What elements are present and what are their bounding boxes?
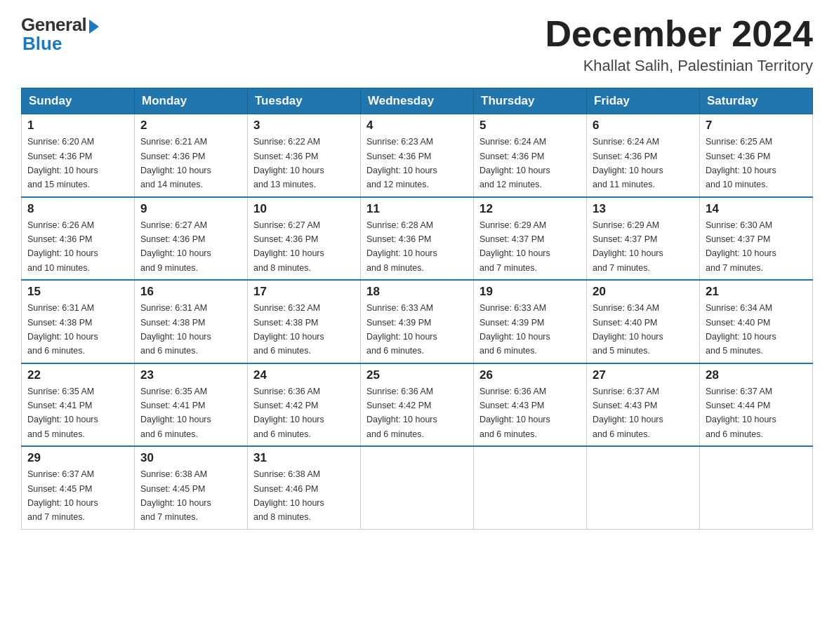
day-info: Sunrise: 6:22 AMSunset: 4:36 PMDaylight:… xyxy=(253,137,324,189)
week-row-3: 15 Sunrise: 6:31 AMSunset: 4:38 PMDaylig… xyxy=(22,280,813,363)
calendar-title: December 2024 xyxy=(545,14,813,54)
week-row-5: 29 Sunrise: 6:37 AMSunset: 4:45 PMDaylig… xyxy=(22,446,813,529)
logo: General Blue xyxy=(21,14,99,55)
day-info: Sunrise: 6:34 AMSunset: 4:40 PMDaylight:… xyxy=(593,303,663,356)
calendar-cell: 22 Sunrise: 6:35 AMSunset: 4:41 PMDaylig… xyxy=(22,363,135,447)
calendar-table: SundayMondayTuesdayWednesdayThursdayFrid… xyxy=(21,88,813,530)
day-number: 20 xyxy=(593,285,694,299)
day-number: 2 xyxy=(140,119,241,133)
day-number: 25 xyxy=(366,368,468,382)
day-info: Sunrise: 6:24 AMSunset: 4:36 PMDaylight:… xyxy=(593,137,663,189)
logo-arrow-icon xyxy=(89,20,99,34)
weekday-header-monday: Monday xyxy=(135,88,248,114)
day-info: Sunrise: 6:33 AMSunset: 4:39 PMDaylight:… xyxy=(366,303,437,356)
calendar-subtitle: Khallat Salih, Palestinian Territory xyxy=(545,57,813,75)
day-info: Sunrise: 6:29 AMSunset: 4:37 PMDaylight:… xyxy=(479,220,550,273)
calendar-cell: 1 Sunrise: 6:20 AMSunset: 4:36 PMDayligh… xyxy=(22,114,135,197)
day-number: 1 xyxy=(27,119,128,133)
day-number: 26 xyxy=(479,368,581,382)
page-header: General Blue December 2024 Khallat Salih… xyxy=(21,14,813,75)
day-info: Sunrise: 6:36 AMSunset: 4:43 PMDaylight:… xyxy=(479,387,550,439)
day-info: Sunrise: 6:37 AMSunset: 4:44 PMDaylight:… xyxy=(706,387,776,439)
weekday-header-sunday: Sunday xyxy=(22,88,135,114)
day-info: Sunrise: 6:34 AMSunset: 4:40 PMDaylight:… xyxy=(706,303,776,356)
day-info: Sunrise: 6:20 AMSunset: 4:36 PMDaylight:… xyxy=(27,137,98,189)
day-number: 5 xyxy=(479,119,581,133)
day-info: Sunrise: 6:27 AMSunset: 4:36 PMDaylight:… xyxy=(140,220,211,273)
calendar-cell: 3 Sunrise: 6:22 AMSunset: 4:36 PMDayligh… xyxy=(248,114,361,197)
weekday-header-friday: Friday xyxy=(587,88,700,114)
day-number: 3 xyxy=(253,119,355,133)
day-info: Sunrise: 6:24 AMSunset: 4:36 PMDaylight:… xyxy=(479,137,550,189)
day-number: 4 xyxy=(366,119,468,133)
day-number: 12 xyxy=(479,202,581,216)
calendar-cell: 7 Sunrise: 6:25 AMSunset: 4:36 PMDayligh… xyxy=(700,114,813,197)
day-info: Sunrise: 6:32 AMSunset: 4:38 PMDaylight:… xyxy=(253,303,324,356)
day-number: 30 xyxy=(140,451,241,465)
day-number: 29 xyxy=(27,451,128,465)
day-info: Sunrise: 6:30 AMSunset: 4:37 PMDaylight:… xyxy=(706,220,776,273)
calendar-cell: 27 Sunrise: 6:37 AMSunset: 4:43 PMDaylig… xyxy=(587,363,700,447)
title-section: December 2024 Khallat Salih, Palestinian… xyxy=(545,14,813,75)
calendar-cell: 17 Sunrise: 6:32 AMSunset: 4:38 PMDaylig… xyxy=(248,280,361,363)
weekday-header-row: SundayMondayTuesdayWednesdayThursdayFrid… xyxy=(22,88,813,114)
day-info: Sunrise: 6:38 AMSunset: 4:46 PMDaylight:… xyxy=(253,469,324,522)
day-info: Sunrise: 6:37 AMSunset: 4:43 PMDaylight:… xyxy=(593,387,663,439)
day-number: 10 xyxy=(253,202,355,216)
calendar-cell: 10 Sunrise: 6:27 AMSunset: 4:36 PMDaylig… xyxy=(248,197,361,281)
calendar-cell: 13 Sunrise: 6:29 AMSunset: 4:37 PMDaylig… xyxy=(587,197,700,281)
day-number: 16 xyxy=(140,285,241,299)
calendar-cell: 19 Sunrise: 6:33 AMSunset: 4:39 PMDaylig… xyxy=(474,280,587,363)
week-row-2: 8 Sunrise: 6:26 AMSunset: 4:36 PMDayligh… xyxy=(22,197,813,281)
day-number: 31 xyxy=(253,451,355,465)
day-info: Sunrise: 6:31 AMSunset: 4:38 PMDaylight:… xyxy=(27,303,98,356)
day-info: Sunrise: 6:29 AMSunset: 4:37 PMDaylight:… xyxy=(593,220,663,273)
calendar-cell: 12 Sunrise: 6:29 AMSunset: 4:37 PMDaylig… xyxy=(474,197,587,281)
day-number: 7 xyxy=(706,119,807,133)
day-info: Sunrise: 6:38 AMSunset: 4:45 PMDaylight:… xyxy=(140,469,211,522)
calendar-cell xyxy=(587,446,700,529)
calendar-cell: 25 Sunrise: 6:36 AMSunset: 4:42 PMDaylig… xyxy=(361,363,474,447)
day-number: 18 xyxy=(366,285,468,299)
day-number: 28 xyxy=(706,368,807,382)
calendar-cell: 9 Sunrise: 6:27 AMSunset: 4:36 PMDayligh… xyxy=(135,197,248,281)
calendar-cell: 15 Sunrise: 6:31 AMSunset: 4:38 PMDaylig… xyxy=(22,280,135,363)
logo-blue-text: Blue xyxy=(22,33,62,55)
day-number: 8 xyxy=(27,202,128,216)
day-number: 24 xyxy=(253,368,355,382)
calendar-cell: 11 Sunrise: 6:28 AMSunset: 4:36 PMDaylig… xyxy=(361,197,474,281)
day-info: Sunrise: 6:37 AMSunset: 4:45 PMDaylight:… xyxy=(27,469,98,522)
calendar-cell: 2 Sunrise: 6:21 AMSunset: 4:36 PMDayligh… xyxy=(135,114,248,197)
calendar-cell xyxy=(361,446,474,529)
day-info: Sunrise: 6:28 AMSunset: 4:36 PMDaylight:… xyxy=(366,220,437,273)
calendar-cell: 23 Sunrise: 6:35 AMSunset: 4:41 PMDaylig… xyxy=(135,363,248,447)
week-row-4: 22 Sunrise: 6:35 AMSunset: 4:41 PMDaylig… xyxy=(22,363,813,447)
calendar-cell xyxy=(474,446,587,529)
calendar-cell: 18 Sunrise: 6:33 AMSunset: 4:39 PMDaylig… xyxy=(361,280,474,363)
day-info: Sunrise: 6:33 AMSunset: 4:39 PMDaylight:… xyxy=(479,303,550,356)
calendar-cell: 26 Sunrise: 6:36 AMSunset: 4:43 PMDaylig… xyxy=(474,363,587,447)
calendar-cell: 31 Sunrise: 6:38 AMSunset: 4:46 PMDaylig… xyxy=(248,446,361,529)
calendar-cell: 30 Sunrise: 6:38 AMSunset: 4:45 PMDaylig… xyxy=(135,446,248,529)
calendar-cell: 16 Sunrise: 6:31 AMSunset: 4:38 PMDaylig… xyxy=(135,280,248,363)
day-number: 19 xyxy=(479,285,581,299)
calendar-cell: 5 Sunrise: 6:24 AMSunset: 4:36 PMDayligh… xyxy=(474,114,587,197)
weekday-header-thursday: Thursday xyxy=(474,88,587,114)
week-row-1: 1 Sunrise: 6:20 AMSunset: 4:36 PMDayligh… xyxy=(22,114,813,197)
day-number: 22 xyxy=(27,368,128,382)
day-number: 13 xyxy=(593,202,694,216)
calendar-cell: 14 Sunrise: 6:30 AMSunset: 4:37 PMDaylig… xyxy=(700,197,813,281)
day-number: 27 xyxy=(593,368,694,382)
weekday-header-wednesday: Wednesday xyxy=(361,88,474,114)
calendar-cell: 24 Sunrise: 6:36 AMSunset: 4:42 PMDaylig… xyxy=(248,363,361,447)
day-info: Sunrise: 6:25 AMSunset: 4:36 PMDaylight:… xyxy=(706,137,776,189)
day-number: 15 xyxy=(27,285,128,299)
day-number: 17 xyxy=(253,285,355,299)
day-info: Sunrise: 6:36 AMSunset: 4:42 PMDaylight:… xyxy=(253,387,324,439)
day-info: Sunrise: 6:23 AMSunset: 4:36 PMDaylight:… xyxy=(366,137,437,189)
calendar-cell: 21 Sunrise: 6:34 AMSunset: 4:40 PMDaylig… xyxy=(700,280,813,363)
calendar-cell: 4 Sunrise: 6:23 AMSunset: 4:36 PMDayligh… xyxy=(361,114,474,197)
calendar-cell: 6 Sunrise: 6:24 AMSunset: 4:36 PMDayligh… xyxy=(587,114,700,197)
day-info: Sunrise: 6:36 AMSunset: 4:42 PMDaylight:… xyxy=(366,387,437,439)
day-number: 21 xyxy=(706,285,807,299)
